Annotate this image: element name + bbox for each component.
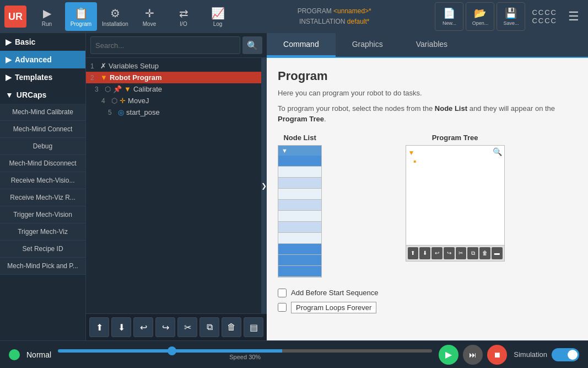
tree-row-5[interactable]: 5 ◎ start_pose (86, 106, 261, 118)
pt-delete-button[interactable]: 🗑 (479, 247, 490, 259)
tree-row-3[interactable]: 3 ⬡ 📌 ▼ Calibrate (86, 83, 261, 95)
open-button[interactable]: 📂 Open... (466, 2, 494, 31)
run-button[interactable]: ▶ Run (31, 2, 63, 31)
save-icon: 💾 (505, 7, 517, 19)
speed-slider[interactable] (58, 349, 432, 353)
sidebar-item-mech-mind-connect[interactable]: Mech-Mind Connect (0, 121, 85, 138)
next-button[interactable]: ⏭ (463, 345, 483, 365)
stop-button[interactable]: ⏹ (487, 345, 507, 365)
tree-row-4[interactable]: 4 ⬡ ✛ MoveJ (86, 95, 261, 106)
templates-arrow-icon: ▶ (6, 73, 12, 82)
pt-more-button[interactable]: ▬ (492, 247, 503, 259)
sidebar-item-receive-mech-viz-r[interactable]: Receive Mech-Viz R... (0, 189, 85, 206)
advanced-label: Advanced (15, 55, 52, 64)
sidebar-item-mech-mind-calibrate[interactable]: Mech-Mind Calibrate (0, 104, 85, 121)
pt-move-up-button[interactable]: ⬆ (408, 247, 419, 259)
pt-cut-button[interactable]: ✂ (456, 247, 467, 259)
tab-command[interactable]: Command (267, 33, 336, 57)
simulation-toggle[interactable] (552, 348, 579, 361)
collapse-panel-button[interactable]: ❯ (261, 58, 267, 313)
tab-graphics[interactable]: Graphics (336, 33, 400, 57)
desc2-mid: and they will appear on the (467, 104, 555, 113)
content-area: Program Here you can program your robot … (267, 58, 588, 340)
program-label: Program (71, 21, 91, 27)
pt-toolbar: ⬆ ⬇ ↩ ↪ ✂ ⧉ 🗑 ▬ (406, 245, 504, 261)
node-item-3[interactable] (278, 178, 321, 189)
tree-row-2[interactable]: 2 ▼ Robot Program (86, 72, 261, 83)
templates-label: Templates (15, 73, 52, 82)
calibrate-icon: ⬡ (105, 85, 111, 93)
node-list-section: Node List ▼ (278, 134, 577, 278)
pt-undo-button[interactable]: ↩ (431, 247, 443, 259)
node-list-box: Node List ▼ (278, 134, 322, 278)
move-icon: ✛ (145, 7, 154, 20)
movej-icon: ✛ (120, 97, 126, 105)
robot-program-icon: ▼ (100, 73, 107, 82)
urcaps-label: URCaps (17, 90, 46, 99)
sidebar-item-set-recipe-id[interactable]: Set Recipe ID (0, 241, 85, 258)
sidebar-item-debug[interactable]: Debug (0, 138, 85, 155)
pt-copy-button[interactable]: ⧉ (467, 247, 478, 259)
sidebar-item-receive-mech-vision[interactable]: Receive Mech-Visio... (0, 172, 85, 189)
io-button[interactable]: ⇄ I/O (168, 2, 199, 31)
node-item-11[interactable] (278, 266, 321, 277)
node-item-1[interactable] (278, 156, 321, 167)
node-item-4[interactable] (278, 189, 321, 200)
pt-content: ▼ ■ (406, 146, 504, 245)
pt-redo-button[interactable]: ↪ (444, 247, 455, 259)
new-button[interactable]: 📄 New... (435, 2, 463, 31)
program-button[interactable]: 📋 Program (65, 2, 97, 31)
pt-move-down-button[interactable]: ⬇ (419, 247, 430, 259)
sidebar-item-trigger-mech-viz[interactable]: Trigger Mech-Viz (0, 223, 85, 241)
save-button[interactable]: 💾 Save... (497, 2, 525, 31)
basic-arrow-icon: ▶ (6, 38, 12, 46)
urcaps-arrow-icon: ▼ (6, 90, 13, 99)
hamburger-button[interactable]: ☰ (564, 5, 584, 28)
program-tree-container: 🔍 ▼ ■ ⬆ ⬇ ↩ (406, 145, 505, 262)
tree-toolbar: ⬆ ⬇ ↩ ↪ ✂ ⧉ 🗑 ▤ (86, 313, 267, 340)
program-tree-search-button[interactable]: 🔍 (493, 147, 502, 156)
tree-row-1[interactable]: 1 ✗ Variables Setup (86, 60, 261, 72)
sidebar-item-trigger-mech-vision[interactable]: Trigger Mech-Vision (0, 206, 85, 223)
search-button[interactable]: 🔍 (242, 36, 262, 54)
redo-button[interactable]: ↪ (155, 317, 175, 337)
file-actions: 📄 New... 📂 Open... 💾 Save... (435, 2, 525, 31)
node-list-items (278, 156, 321, 277)
move-up-button[interactable]: ⬆ (89, 317, 109, 337)
sidebar-section-urcaps[interactable]: ▼ URCaps (0, 86, 85, 104)
center-panel: 🔍 1 ✗ Variables Setup 2 ▼ Robot Program … (86, 33, 267, 340)
more-button[interactable]: ▤ (244, 317, 263, 337)
new-label: New... (443, 20, 456, 26)
program-tree-label: Program Tree (432, 134, 478, 142)
movej-label: MoveJ (128, 97, 149, 105)
node-item-6[interactable] (278, 211, 321, 222)
node-item-5[interactable] (278, 200, 321, 211)
play-button[interactable]: ▶ (439, 345, 458, 365)
line-num-3: 3 (95, 86, 103, 93)
installation-button[interactable]: ⚙ Installation (99, 2, 131, 31)
delete-button[interactable]: 🗑 (222, 317, 241, 337)
line-num-4: 4 (101, 97, 109, 105)
node-item-8[interactable] (278, 233, 321, 244)
add-before-start-checkbox[interactable] (278, 289, 287, 297)
sidebar-section-basic[interactable]: ▶ Basic (0, 33, 85, 51)
sidebar-section-advanced[interactable]: ▶ Advanced (0, 51, 85, 68)
sidebar-item-mech-mind-pick-and-p[interactable]: Mech-Mind Pick and P... (0, 258, 85, 275)
sidebar-section-templates[interactable]: ▶ Templates (0, 68, 85, 86)
speed-section: Speed 30% (58, 349, 432, 360)
program-loops-forever-checkbox[interactable] (278, 303, 287, 312)
move-down-button[interactable]: ⬇ (111, 317, 131, 337)
node-item-10[interactable] (278, 255, 321, 266)
node-item-9[interactable] (278, 244, 321, 255)
node-item-2[interactable] (278, 167, 321, 178)
search-input[interactable] (90, 36, 240, 54)
tab-variables[interactable]: Variables (400, 33, 464, 57)
cut-button[interactable]: ✂ (177, 317, 197, 337)
node-item-7[interactable] (278, 222, 321, 233)
undo-button[interactable]: ↩ (133, 317, 153, 337)
copy-button[interactable]: ⧉ (199, 317, 219, 337)
log-button[interactable]: 📈 Log (202, 2, 234, 31)
save-label: Save... (503, 20, 519, 26)
move-button[interactable]: ✛ Move (133, 2, 165, 31)
sidebar-item-mech-mind-disconnect[interactable]: Mech-Mind Disconnect (0, 155, 85, 172)
